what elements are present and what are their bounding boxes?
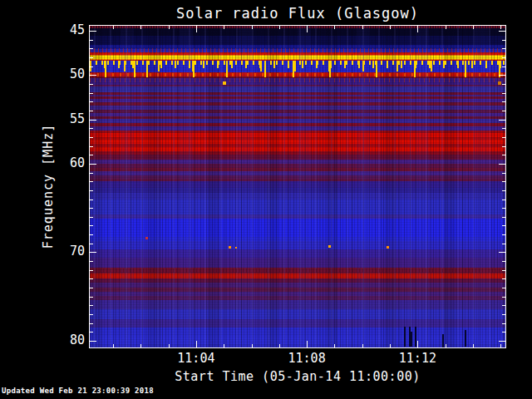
x-minor-tick (224, 344, 224, 347)
y-minor-tick (90, 234, 93, 235)
y-minor-tick (502, 314, 505, 315)
y-tick-label: 80 (57, 333, 85, 347)
x-major-tick (417, 341, 418, 347)
y-minor-tick (90, 48, 93, 49)
y-minor-tick (502, 155, 505, 155)
x-minor-tick (252, 26, 253, 29)
y-minor-tick (90, 244, 93, 244)
x-minor-tick (169, 26, 170, 29)
x-major-tick (417, 26, 418, 32)
y-major-tick (90, 120, 96, 121)
x-major-tick (307, 341, 308, 347)
y-minor-tick (90, 208, 93, 209)
x-minor-tick (279, 26, 280, 29)
x-minor-tick (446, 26, 446, 29)
y-minor-tick (502, 48, 505, 49)
y-minor-tick (90, 200, 93, 200)
x-minor-tick (446, 344, 446, 347)
tick-overlay (90, 26, 505, 347)
y-minor-tick (502, 101, 505, 102)
y-minor-tick (502, 128, 505, 129)
y-minor-tick (502, 244, 505, 244)
y-minor-tick (502, 234, 505, 235)
x-minor-tick (169, 344, 170, 347)
y-tick-label: 70 (57, 244, 85, 258)
y-minor-tick (502, 323, 505, 324)
x-minor-tick (279, 344, 280, 347)
x-tick-label: 11:08 (282, 352, 332, 365)
x-major-tick (196, 341, 197, 347)
y-minor-tick (502, 66, 505, 67)
y-minor-tick (90, 93, 93, 94)
x-minor-tick (113, 26, 114, 29)
y-minor-tick (90, 155, 93, 155)
x-minor-tick (140, 26, 141, 29)
y-minor-tick (502, 208, 505, 209)
x-minor-tick (473, 26, 474, 29)
y-minor-tick (90, 190, 93, 191)
x-minor-tick (390, 26, 391, 29)
y-minor-tick (502, 305, 505, 306)
y-minor-tick (502, 270, 505, 271)
y-minor-tick (502, 173, 505, 174)
y-minor-tick (90, 217, 93, 218)
y-major-tick (499, 164, 505, 165)
y-minor-tick (502, 40, 505, 41)
y-minor-tick (90, 146, 93, 147)
updated-timestamp: Updated Wed Feb 21 23:00:39 2018 (2, 387, 154, 395)
y-minor-tick (90, 305, 93, 306)
y-minor-tick (90, 261, 93, 262)
y-minor-tick (502, 278, 505, 279)
y-minor-tick (502, 93, 505, 94)
y-tick-label: 50 (57, 67, 85, 81)
y-minor-tick (90, 173, 93, 174)
y-major-tick (90, 341, 96, 342)
x-minor-tick (140, 344, 141, 347)
y-tick-label: 55 (57, 112, 85, 126)
y-minor-tick (90, 278, 93, 279)
x-axis-title: Start Time (05-Jan-14 11:00:00) (89, 369, 506, 384)
y-minor-tick (502, 137, 505, 138)
y-minor-tick (90, 111, 93, 111)
y-major-tick (499, 75, 505, 76)
y-minor-tick (90, 128, 93, 129)
y-minor-tick (90, 101, 93, 102)
y-major-tick (90, 164, 96, 165)
x-minor-tick (252, 344, 253, 347)
x-minor-tick (224, 26, 224, 29)
y-minor-tick (90, 57, 93, 58)
x-major-tick (196, 26, 197, 32)
y-major-tick (90, 31, 96, 32)
y-minor-tick (90, 297, 93, 298)
plot-box (89, 25, 506, 348)
y-minor-tick (502, 217, 505, 218)
y-minor-tick (502, 332, 505, 332)
y-major-tick (499, 120, 505, 121)
y-minor-tick (90, 323, 93, 324)
y-minor-tick (90, 225, 93, 226)
y-minor-tick (502, 288, 505, 288)
x-minor-tick (113, 344, 114, 347)
y-major-tick (499, 31, 505, 32)
y-minor-tick (90, 84, 93, 85)
y-axis-title: Frequency [MHz] (41, 124, 56, 249)
x-minor-tick (500, 26, 501, 29)
x-minor-tick (334, 26, 335, 29)
y-minor-tick (90, 288, 93, 288)
y-minor-tick (90, 332, 93, 332)
y-minor-tick (90, 137, 93, 138)
x-minor-tick (362, 26, 363, 29)
y-minor-tick (90, 40, 93, 41)
y-tick-label: 45 (57, 23, 85, 37)
y-tick-label: 60 (57, 156, 85, 170)
y-major-tick (499, 341, 505, 342)
y-minor-tick (502, 297, 505, 298)
y-minor-tick (502, 146, 505, 147)
y-minor-tick (502, 225, 505, 226)
y-minor-tick (90, 66, 93, 67)
y-minor-tick (502, 111, 505, 111)
y-minor-tick (90, 270, 93, 271)
y-minor-tick (90, 314, 93, 315)
x-tick-label: 11:12 (392, 352, 442, 365)
x-minor-tick (362, 344, 363, 347)
